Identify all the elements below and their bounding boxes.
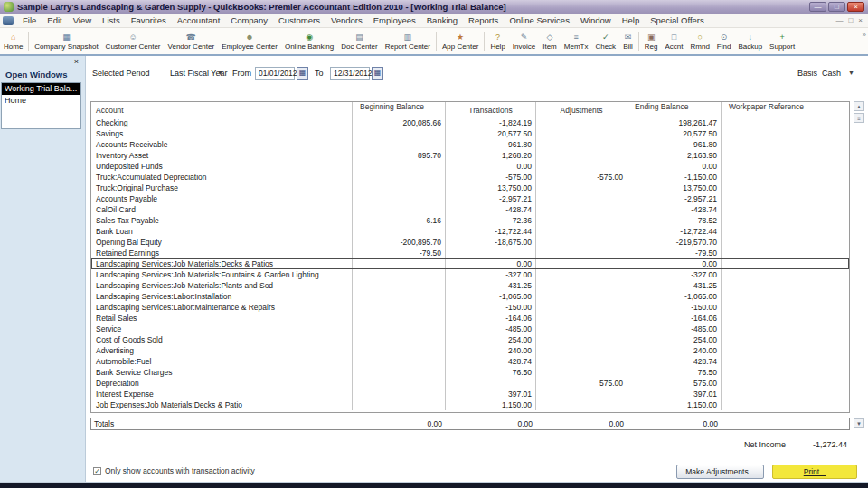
toolbar-label-report-center: Report Center	[385, 42, 430, 51]
table-row[interactable]: Landscaping Services:Labor:Maintenance &…	[91, 302, 849, 313]
table-row[interactable]: Landscaping Services:Job Materials:Decks…	[91, 258, 849, 269]
table-row[interactable]: Accounts Payable-2,957.21-2,957.21	[91, 193, 849, 204]
mdi-restore-icon[interactable]: □	[848, 16, 853, 24]
toolbar-button-memtx[interactable]: ≡MemTx	[561, 28, 592, 54]
table-row[interactable]: Retail Sales-164.06-164.06	[91, 313, 849, 324]
cell-value	[536, 302, 627, 313]
menu-item-help[interactable]: Help	[617, 15, 646, 25]
menu-item-view[interactable]: View	[68, 15, 97, 25]
table-row[interactable]: Cost of Goods Sold254.00254.00	[91, 334, 849, 345]
table-row[interactable]: Retained Earnings-79.50-79.50	[91, 248, 849, 258]
toolbar-button-item[interactable]: ◇Item	[539, 28, 561, 54]
scroll-up-icon[interactable]: ▲	[854, 101, 864, 111]
column-header-workpaper-reference[interactable]: Workpaper Reference	[722, 102, 849, 117]
basis-dropdown[interactable]: Cash	[822, 69, 841, 78]
sidebar-item-working-trial-bala[interactable]: Working Trial Bala...	[2, 83, 80, 95]
cell-account: Interest Expense	[91, 389, 353, 399]
table-row[interactable]: Truck:Accumulated Depreciation-575.00-57…	[91, 172, 849, 183]
toolbar-button-rmnd[interactable]: ○Rmnd	[687, 28, 713, 54]
table-row[interactable]: Landscaping Services:Job Materials:Plant…	[91, 280, 849, 291]
toolbar-button-home[interactable]: ⌂Home	[0, 28, 26, 54]
table-row[interactable]: Depreciation575.00575.00	[91, 378, 849, 389]
period-dropdown-arrow-icon[interactable]: ▼	[217, 70, 223, 76]
menu-item-banking[interactable]: Banking	[421, 15, 463, 25]
table-row[interactable]: Undeposited Funds0.000.00	[91, 161, 849, 172]
table-row[interactable]: Advertising240.00240.00	[91, 345, 849, 356]
menu-item-special-offers[interactable]: Special Offers	[645, 15, 710, 25]
menu-item-customers[interactable]: Customers	[273, 15, 326, 25]
table-row[interactable]: Job Expenses:Job Materials:Decks & Patio…	[91, 399, 849, 410]
table-row[interactable]: Inventory Asset895.701,268.202,163.90	[91, 150, 849, 161]
toolbar-button-vendor-center[interactable]: ☎Vendor Center	[165, 28, 219, 54]
toolbar-label-bill: Bill	[623, 42, 633, 51]
toolbar-button-app-center[interactable]: ★App Center	[439, 28, 482, 54]
menu-item-employees[interactable]: Employees	[368, 15, 421, 25]
column-header-account[interactable]: Account	[91, 102, 353, 117]
table-row[interactable]: Service-485.00-485.00	[91, 324, 849, 334]
table-row[interactable]: Landscaping Services:Job Materials:Fount…	[91, 269, 849, 280]
toolbar-button-reg[interactable]: ▣Reg	[641, 28, 662, 54]
basis-dropdown-arrow-icon[interactable]: ▼	[848, 70, 854, 76]
toolbar-button-help[interactable]: ?Help	[486, 28, 508, 54]
table-row[interactable]: Checking200,085.66-1,824.19198,261.47	[91, 117, 849, 128]
to-date-field[interactable]: 12/31/2012	[330, 67, 370, 80]
toolbar-button-company-snapshot[interactable]: ▦Company Snapshot	[31, 28, 101, 54]
from-calendar-icon[interactable]: ▦	[297, 67, 308, 80]
sidebar-item-home[interactable]: Home	[2, 95, 80, 107]
print-button[interactable]: Print...	[772, 465, 857, 479]
menu-item-window[interactable]: Window	[575, 15, 617, 25]
toolbar-button-check[interactable]: ✓Check	[591, 28, 619, 54]
minimize-icon[interactable]: —	[809, 2, 826, 12]
make-adjustments-button[interactable]: Make Adjustments...	[676, 465, 764, 479]
menu-item-lists[interactable]: Lists	[97, 15, 126, 25]
toolbar-button-doc-center[interactable]: ▤Doc Center	[337, 28, 381, 54]
table-row[interactable]: Landscaping Services:Labor:Installation-…	[91, 291, 849, 302]
toolbar-button-invoice[interactable]: ✎Invoice	[509, 28, 539, 54]
restore-icon[interactable]: □	[828, 2, 845, 12]
menu-item-company[interactable]: Company	[225, 15, 273, 25]
checkbox-checked-icon[interactable]: ✓	[93, 467, 101, 475]
table-row[interactable]: Bank Loan-12,722.44-12,722.44	[91, 226, 849, 237]
table-row[interactable]: Interest Expense397.01397.01	[91, 389, 849, 399]
mdi-minimize-icon[interactable]: —	[835, 16, 843, 24]
column-options-icon[interactable]: ≡	[854, 113, 864, 123]
toolbar-label-accnt: Accnt	[665, 42, 683, 51]
menu-item-reports[interactable]: Reports	[463, 15, 504, 25]
close-icon[interactable]: ×	[847, 2, 864, 12]
menu-item-favorites[interactable]: Favorites	[126, 15, 172, 25]
table-row[interactable]: Savings20,577.5020,577.50	[91, 128, 849, 139]
table-row[interactable]: Accounts Receivable961.80961.80	[91, 139, 849, 150]
toolbar-button-customer-center[interactable]: ☺Customer Center	[102, 28, 165, 54]
mdi-close-icon[interactable]: ×	[858, 16, 863, 24]
menu-item-accountant[interactable]: Accountant	[172, 15, 226, 25]
table-row[interactable]: CalOil Card-428.74-428.74	[91, 204, 849, 215]
toolbar-button-support[interactable]: +Support	[766, 28, 798, 54]
column-header-ending-balance[interactable]: Ending Balance	[627, 102, 722, 117]
toolbar-button-bill[interactable]: ✉Bill	[619, 28, 637, 54]
table-row[interactable]: Bank Service Charges76.5076.50	[91, 367, 849, 378]
column-header-transactions[interactable]: Transactions	[446, 102, 536, 117]
toolbar-button-employee-center[interactable]: ☻Employee Center	[218, 28, 281, 54]
toolbar-button-online-banking[interactable]: ◉Online Banking	[281, 28, 337, 54]
menu-item-online-services[interactable]: Online Services	[504, 15, 575, 25]
menu-item-vendors[interactable]: Vendors	[326, 15, 368, 25]
toolbar-button-find[interactable]: ⊙Find	[713, 28, 735, 54]
toolbar-button-accnt[interactable]: □Accnt	[661, 28, 686, 54]
toolbar-button-backup[interactable]: ↓Backup	[734, 28, 766, 54]
to-calendar-icon[interactable]: ▦	[372, 67, 383, 80]
from-date-field[interactable]: 01/01/2012	[255, 67, 295, 80]
column-header-beginning-balance[interactable]: Beginning Balance	[353, 102, 446, 117]
toolbar-button-report-center[interactable]: ▥Report Center	[382, 28, 434, 54]
cell-account: Landscaping Services:Job Materials:Plant…	[91, 280, 353, 291]
menu-item-edit[interactable]: Edit	[42, 15, 67, 25]
table-row[interactable]: Opening Bal Equity-200,895.70-18,675.00-…	[91, 237, 849, 248]
toolbar-overflow-icon[interactable]: »	[863, 31, 866, 39]
scroll-down-icon[interactable]: ▼	[854, 418, 864, 428]
sidebar-close-icon[interactable]: ×	[74, 58, 79, 66]
table-row[interactable]: Truck:Original Purchase13,750.0013,750.0…	[91, 183, 849, 193]
column-header-adjustments[interactable]: Adjustments	[536, 102, 627, 117]
activity-filter[interactable]: ✓ Only show accounts with transaction ac…	[93, 466, 255, 475]
table-row[interactable]: Automobile:Fuel428.74428.74	[91, 356, 849, 367]
table-row[interactable]: Sales Tax Payable-6.16-72.36-78.52	[91, 215, 849, 226]
menu-item-file[interactable]: File	[17, 15, 42, 25]
